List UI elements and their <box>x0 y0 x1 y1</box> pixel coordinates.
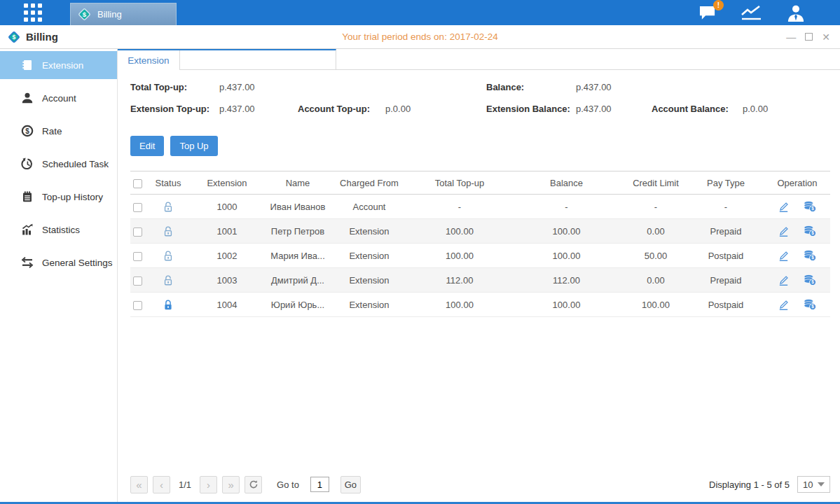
messages-icon[interactable]: ! <box>698 4 718 22</box>
close-button[interactable]: ✕ <box>822 32 830 42</box>
status-lock-icon[interactable] <box>163 200 174 211</box>
status-lock-icon[interactable] <box>163 249 174 260</box>
tab-extension[interactable]: Extension <box>118 50 180 70</box>
cell-extension: 1004 <box>186 293 268 317</box>
column-balance: Balance <box>509 172 624 195</box>
cell-credit-limit: - <box>624 195 687 219</box>
sidebar-item-account[interactable]: Account <box>0 84 117 112</box>
column-total-topup: Total Top-up <box>411 172 509 195</box>
status-lock-icon[interactable] <box>163 225 174 235</box>
sidebar-item-label: Rate <box>42 126 62 136</box>
account-icon <box>21 92 34 104</box>
statistics-chart-icon[interactable] <box>739 4 764 22</box>
extension-balance-value: p.437.00 <box>576 104 612 114</box>
top-up-row-icon[interactable]: $ <box>803 298 817 311</box>
billing-diamond-icon: $ <box>7 30 21 44</box>
goto-page-input[interactable] <box>310 477 329 492</box>
sidebar-item-extension[interactable]: Extension <box>0 51 117 79</box>
status-lock-icon[interactable] <box>163 274 174 284</box>
topup-history-icon <box>21 190 34 203</box>
cell-extension: 1000 <box>186 195 268 219</box>
account-topup-value: p.0.00 <box>385 104 411 114</box>
total-topup-value: p.437.00 <box>219 82 255 92</box>
main-panel: Extension Total Top-up: p.437.00 Balance… <box>118 49 840 502</box>
next-page-button[interactable]: › <box>200 476 217 493</box>
row-checkbox[interactable] <box>133 203 142 212</box>
column-operation: Operation <box>764 172 830 195</box>
sidebar-item-label: Extension <box>42 60 83 71</box>
go-button[interactable]: Go <box>340 476 361 493</box>
extensions-table: Status Extension Name Charged From Total… <box>130 171 830 317</box>
cell-credit-limit: 0.00 <box>624 219 687 244</box>
account-topup-label: Account Top-up: <box>298 104 370 114</box>
sidebar-item-topup-history[interactable]: Top-up History <box>0 183 117 211</box>
displaying-text: Displaying 1 - 5 of 5 <box>709 479 790 490</box>
previous-page-button[interactable]: ‹ <box>153 476 170 493</box>
billing-app-tab-label: Billing <box>97 9 122 20</box>
top-up-row-icon[interactable]: $ <box>803 249 817 262</box>
window-controls: — ✕ <box>786 32 830 42</box>
sidebar-navigation: Extension Account $ Rate <box>0 49 118 502</box>
status-lock-icon[interactable] <box>163 298 174 309</box>
cell-pay-type: - <box>687 195 764 219</box>
select-all-checkbox[interactable] <box>133 179 142 188</box>
row-checkbox[interactable] <box>133 252 142 261</box>
billing-app-window: $ Billing ! <box>0 0 840 504</box>
minimize-button[interactable]: — <box>786 32 796 42</box>
edit-button[interactable]: Edit <box>130 136 164 156</box>
sidebar-item-general-settings[interactable]: General Settings <box>0 248 117 276</box>
scheduled-task-icon <box>21 158 34 170</box>
edit-row-icon[interactable] <box>778 201 790 213</box>
refresh-button[interactable] <box>245 476 262 493</box>
last-page-button[interactable]: » <box>222 476 240 493</box>
sidebar-item-rate[interactable]: $ Rate <box>0 117 117 145</box>
sidebar-item-scheduled-task[interactable]: Scheduled Task <box>0 150 117 178</box>
row-checkbox[interactable] <box>133 276 142 286</box>
cell-charged-from: Extension <box>328 219 411 244</box>
top-up-button[interactable]: Top Up <box>170 136 217 156</box>
svg-text:$: $ <box>812 206 815 211</box>
sidebar-item-label: Account <box>42 93 76 104</box>
edit-row-icon[interactable] <box>778 225 790 237</box>
cell-pay-type: Postpaid <box>687 293 764 317</box>
cell-charged-from: Extension <box>328 244 411 268</box>
rate-icon: $ <box>21 125 34 137</box>
cell-balance: 100.00 <box>509 293 624 317</box>
cell-balance: 100.00 <box>509 244 624 268</box>
cell-credit-limit: 100.00 <box>624 293 687 317</box>
window-title-bar: $ Billing Your trial period ends on: 201… <box>0 25 840 49</box>
table-row: 1003 Дмитрий Д... Extension 112.00 112.0… <box>130 268 830 293</box>
billing-app-tab[interactable]: $ Billing <box>70 3 177 25</box>
cell-pay-type: Prepaid <box>687 219 764 244</box>
total-topup-label: Total Top-up: <box>130 82 187 92</box>
cell-total-topup: - <box>411 195 509 219</box>
account-balance-value: p.0.00 <box>743 104 768 114</box>
edit-row-icon[interactable] <box>778 299 790 311</box>
topbar-right-icons: ! <box>698 4 806 22</box>
general-settings-icon <box>21 256 34 269</box>
cell-charged-from: Account <box>328 195 411 219</box>
top-up-row-icon[interactable]: $ <box>803 200 817 213</box>
account-balance-label: Account Balance: <box>652 104 729 114</box>
first-page-button[interactable]: « <box>130 476 148 493</box>
user-account-icon[interactable] <box>785 4 806 22</box>
sidebar-item-statistics[interactable]: Statistics <box>0 216 117 244</box>
edit-row-icon[interactable] <box>778 274 790 286</box>
cell-balance: 100.00 <box>509 219 624 244</box>
maximize-button[interactable] <box>805 33 813 41</box>
refresh-icon <box>249 479 259 489</box>
table-row: 1000 Иван Иванов Account - - - - $ <box>130 195 830 219</box>
cell-name: Мария Ива... <box>268 244 328 268</box>
svg-text:$: $ <box>83 10 87 18</box>
apps-grid-icon[interactable] <box>24 4 42 22</box>
top-up-row-icon[interactable]: $ <box>803 274 817 286</box>
page-size-select[interactable]: 10 <box>797 476 830 493</box>
top-up-row-icon[interactable]: $ <box>803 225 817 237</box>
edit-row-icon[interactable] <box>778 250 790 262</box>
cell-balance: 112.00 <box>509 268 624 293</box>
cell-charged-from: Extension <box>328 293 411 317</box>
row-checkbox[interactable] <box>133 227 142 237</box>
row-checkbox[interactable] <box>133 301 142 310</box>
column-extension: Extension <box>186 172 268 195</box>
cell-name: Петр Петров <box>268 219 328 244</box>
